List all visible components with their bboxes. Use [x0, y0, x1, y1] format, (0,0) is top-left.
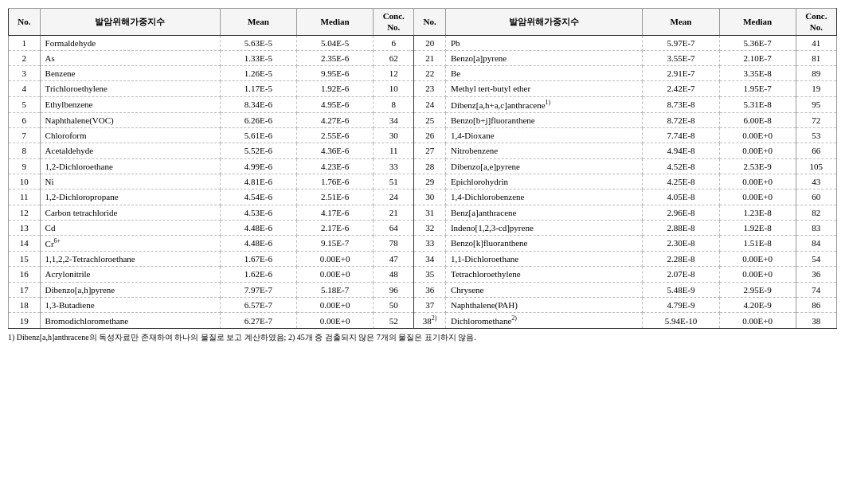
row-conc-right: 74: [796, 282, 836, 297]
table-row: 4Trichloroethylene1.17E-51.92E-61023Meth…: [9, 81, 837, 96]
row-conc-right: 72: [796, 112, 836, 127]
row-name-left: Cr6+: [40, 236, 220, 252]
table-row: 1Formaldehyde5.63E-55.04E-5620Pb5.97E-75…: [9, 35, 837, 50]
row-median-left: 1.76E-6: [297, 174, 374, 189]
table-row: 16Acrylonitrile1.62E-60.00E+04835Tetrach…: [9, 267, 837, 282]
row-mean-left: 1.17E-5: [220, 81, 296, 96]
row-mean-right: 2.91E-7: [643, 66, 719, 81]
row-no-right: 33: [414, 236, 446, 252]
row-conc-right: 66: [796, 143, 836, 158]
row-name-right: 1,4-Dichlorobenzene: [445, 189, 642, 205]
row-mean-left: 1.33E-5: [220, 50, 296, 65]
row-no-left: 11: [9, 189, 41, 205]
col-name-left: 발암위해가중지수: [40, 9, 220, 36]
row-no-left: 17: [9, 282, 41, 297]
col-conc-right: Conc.No.: [796, 9, 836, 36]
row-no-left: 13: [9, 220, 41, 235]
row-conc-left: 48: [374, 267, 414, 282]
row-conc-left: 96: [374, 282, 414, 297]
row-mean-left: 1.26E-5: [220, 66, 296, 81]
row-name-left: Carbon tetrachloride: [40, 205, 220, 220]
row-mean-left: 6.27E-7: [220, 313, 296, 329]
row-name-left: 1,3-Butadiene: [40, 297, 220, 312]
row-name-left: Dibenzo[a,h]pyrene: [40, 282, 220, 297]
row-no-right: 24: [414, 96, 446, 112]
row-conc-right: 84: [796, 236, 836, 252]
row-conc-left: 62: [374, 50, 414, 65]
row-conc-right: 105: [796, 158, 836, 174]
row-no-left: 2: [9, 50, 41, 65]
data-table: No. 발암위해가중지수 Mean Median Conc.No. No. 발암…: [8, 8, 837, 329]
row-name-right: Nitrobenzene: [445, 143, 642, 158]
row-conc-left: 11: [374, 143, 414, 158]
row-conc-left: 8: [374, 96, 414, 112]
row-no-right: 20: [414, 35, 446, 50]
row-no-left: 10: [9, 174, 41, 189]
row-median-right: 1.95E-7: [719, 81, 796, 96]
row-median-right: 5.31E-8: [719, 96, 796, 112]
table-row: 3Benzene1.26E-59.95E-61222Be2.91E-73.35E…: [9, 66, 837, 81]
row-conc-left: 64: [374, 220, 414, 235]
col-conc-left: Conc.No.: [374, 9, 414, 36]
row-name-left: Chloroform: [40, 128, 220, 143]
table-row: 17Dibenzo[a,h]pyrene7.97E-75.18E-79636Ch…: [9, 282, 837, 297]
row-median-left: 4.27E-6: [297, 112, 374, 127]
table-row: 13Cd4.48E-62.17E-66432Indeno[1,2,3-cd]py…: [9, 220, 837, 235]
row-mean-left: 5.61E-6: [220, 128, 296, 143]
row-mean-left: 4.54E-6: [220, 189, 296, 205]
row-no-right: 25: [414, 112, 446, 127]
row-conc-left: 6: [374, 35, 414, 50]
row-mean-left: 4.81E-6: [220, 174, 296, 189]
row-name-left: 1,1,2,2-Tetrachloroethane: [40, 252, 220, 267]
row-mean-left: 1.62E-6: [220, 267, 296, 282]
row-median-left: 4.23E-6: [297, 158, 374, 174]
table-row: 111,2-Dichloropropane4.54E-62.51E-624301…: [9, 189, 837, 205]
row-mean-left: 7.97E-7: [220, 282, 296, 297]
row-median-right: 0.00E+0: [719, 313, 796, 329]
row-name-left: Ni: [40, 174, 220, 189]
row-conc-right: 81: [796, 50, 836, 65]
row-mean-right: 4.25E-8: [643, 174, 719, 189]
row-name-right: Indeno[1,2,3-cd]pyrene: [445, 220, 642, 235]
row-median-left: 2.55E-6: [297, 128, 374, 143]
row-mean-left: 4.48E-6: [220, 220, 296, 235]
row-no-right: 28: [414, 158, 446, 174]
row-name-right: Dichloromethane2): [445, 313, 642, 329]
row-mean-right: 5.48E-9: [643, 282, 719, 297]
row-no-right: 37: [414, 297, 446, 312]
row-conc-right: 86: [796, 297, 836, 312]
row-median-left: 2.51E-6: [297, 189, 374, 205]
row-no-left: 9: [9, 158, 41, 174]
row-conc-right: 54: [796, 252, 836, 267]
row-name-right: Epichlorohydrin: [445, 174, 642, 189]
row-no-left: 18: [9, 297, 41, 312]
row-median-left: 4.17E-6: [297, 205, 374, 220]
row-conc-right: 36: [796, 267, 836, 282]
row-name-right: Pb: [445, 35, 642, 50]
row-name-right: Dibenzo[a,e]pyrene: [445, 158, 642, 174]
row-name-right: Methyl tert-butyl ether: [445, 81, 642, 96]
col-mean-right: Mean: [643, 9, 719, 36]
row-conc-left: 50: [374, 297, 414, 312]
row-mean-right: 4.79E-9: [643, 297, 719, 312]
row-mean-right: 2.42E-7: [643, 81, 719, 96]
row-no-right: 21: [414, 50, 446, 65]
row-name-right: Dibenz[a,h+a,c]anthracene1): [445, 96, 642, 112]
row-median-left: 2.17E-6: [297, 220, 374, 235]
row-median-left: 5.18E-7: [297, 282, 374, 297]
row-median-right: 1.92E-8: [719, 220, 796, 235]
row-median-left: 4.36E-6: [297, 143, 374, 158]
row-no-left: 6: [9, 112, 41, 127]
row-no-right: 27: [414, 143, 446, 158]
row-conc-right: 53: [796, 128, 836, 143]
row-median-left: 4.95E-6: [297, 96, 374, 112]
table-row: 10Ni4.81E-61.76E-65129Epichlorohydrin4.2…: [9, 174, 837, 189]
row-name-left: Acrylonitrile: [40, 267, 220, 282]
table-row: 19Bromodichloromethane6.27E-70.00E+05238…: [9, 313, 837, 329]
row-mean-right: 2.96E-8: [643, 205, 719, 220]
row-no-right: 36: [414, 282, 446, 297]
row-no-right: 35: [414, 267, 446, 282]
table-row: 14Cr6+4.48E-69.15E-77833Benzo[k]fluorant…: [9, 236, 837, 252]
row-median-right: 0.00E+0: [719, 189, 796, 205]
row-no-right: 29: [414, 174, 446, 189]
